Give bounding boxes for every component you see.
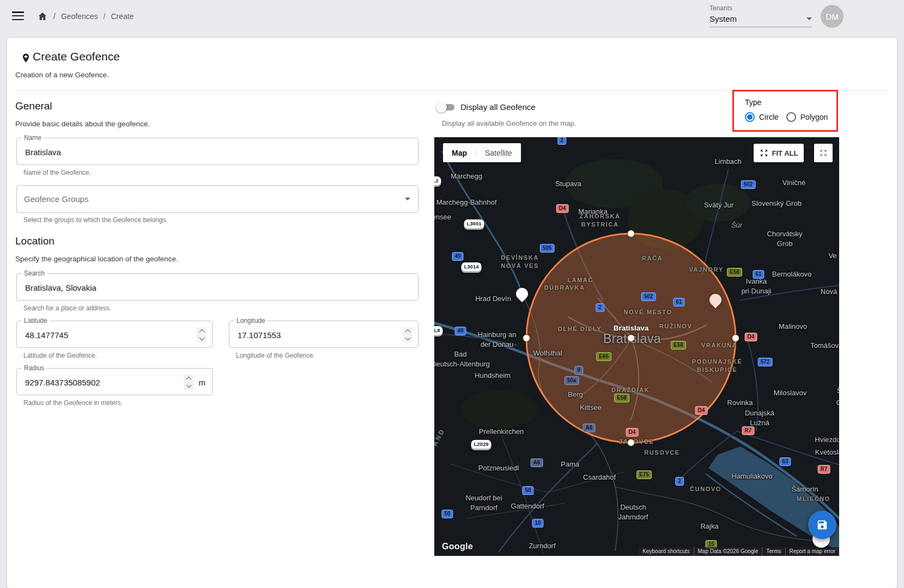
- breadcrumb-separator: /: [53, 12, 56, 21]
- groups-helper: Select the groups to which the Geofence …: [23, 216, 168, 224]
- top-bar: / Geofences / Create Tenants System DM: [0, 0, 904, 33]
- circle-handle[interactable]: [523, 335, 530, 342]
- google-logo: Google: [442, 542, 473, 552]
- name-helper: Name of the Geofence.: [23, 169, 91, 176]
- search-helper: Search for a place or address.: [23, 304, 111, 312]
- page-subtitle: Creation of a new Geofence.: [15, 71, 109, 79]
- map-type-map-button[interactable]: Map: [443, 143, 476, 162]
- map-artwork: [434, 137, 839, 556]
- zoom-out-map-icon: [760, 149, 768, 157]
- home-icon[interactable]: [37, 11, 48, 22]
- map-type-control: Map Satellite: [443, 143, 521, 162]
- vehicle-marker[interactable]: L2029: [471, 440, 492, 449]
- add-location-icon: [21, 51, 31, 67]
- save-button[interactable]: [808, 511, 836, 539]
- radius-stepper[interactable]: [184, 375, 193, 390]
- general-description: Provide basic details about the geofence…: [15, 120, 150, 128]
- display-all-geofence-helper: Display all available Geofence on the ma…: [442, 119, 576, 127]
- tenant-select-value: System: [709, 14, 737, 23]
- general-heading: General: [15, 100, 52, 112]
- chevron-down-icon: [806, 17, 812, 20]
- longitude-input[interactable]: [236, 321, 380, 348]
- keyboard-shortcuts-link[interactable]: Keyboard shortcuts: [639, 547, 693, 556]
- radio-polygon[interactable]: [786, 112, 796, 122]
- circle-handle[interactable]: [628, 439, 635, 446]
- map-data-text: Map Data ©2026 Google: [694, 547, 762, 556]
- circle-handle[interactable]: [732, 335, 739, 342]
- longitude-field: Longitude: [229, 321, 418, 348]
- breadcrumb-create[interactable]: Create: [111, 12, 134, 21]
- map-type-satellite-button[interactable]: Satellite: [476, 143, 521, 162]
- vehicle-marker[interactable]: L3001: [464, 219, 484, 228]
- type-option-polygon[interactable]: Polygon: [786, 112, 828, 122]
- radio-circle[interactable]: [745, 112, 755, 122]
- location-heading: Location: [15, 235, 54, 247]
- display-all-geofence-label: Display all Geofence: [460, 102, 536, 112]
- name-input[interactable]: [24, 138, 307, 166]
- report-map-error-link[interactable]: Report a map error: [785, 547, 839, 556]
- map-canvas[interactable]: LimbachMarcheggStupavaViničnéMarchegg-Ba…: [434, 137, 839, 556]
- longitude-stepper[interactable]: [403, 327, 412, 342]
- map-attribution: Keyboard shortcuts Map Data ©2026 Google…: [639, 547, 839, 556]
- breadcrumb-separator: /: [104, 12, 106, 21]
- type-label: Type: [745, 98, 761, 107]
- breadcrumb: / Geofences / Create: [37, 11, 134, 22]
- radius-helper: Radius of the Geofence in meters.: [23, 399, 123, 407]
- location-description: Specify the geographical location of the…: [15, 255, 178, 263]
- vehicle-marker[interactable]: L2: [434, 176, 441, 185]
- chevron-down-icon: [405, 198, 410, 200]
- page-title: Create Geofence: [33, 50, 120, 63]
- fullscreen-icon: [818, 148, 828, 158]
- geofence-groups-select[interactable]: Geofence Groups: [16, 185, 418, 213]
- latitude-input[interactable]: [24, 321, 173, 348]
- search-field: Search: [16, 273, 418, 301]
- radius-field: Radius m: [16, 368, 213, 395]
- tenant-select[interactable]: System: [709, 14, 812, 27]
- menu-icon[interactable]: [12, 11, 24, 20]
- terms-link[interactable]: Terms: [762, 547, 785, 556]
- latitude-stepper[interactable]: [197, 327, 207, 342]
- vehicle-marker[interactable]: L3014: [462, 262, 482, 271]
- avatar[interactable]: DM: [821, 5, 844, 28]
- circle-handle[interactable]: [628, 335, 635, 342]
- latitude-field: Latitude: [16, 321, 213, 348]
- radius-unit: m: [199, 378, 206, 387]
- circle-handle[interactable]: [628, 230, 635, 237]
- name-field: Name: [16, 138, 418, 165]
- breadcrumb-geofences[interactable]: Geofences: [61, 12, 98, 21]
- longitude-helper: Longitude of the Geofence.: [236, 352, 315, 359]
- fullscreen-button[interactable]: [814, 144, 833, 162]
- tenants-label: Tenants: [709, 4, 812, 12]
- create-geofence-card: Create Geofence Creation of a new Geofen…: [7, 38, 897, 588]
- fit-all-button[interactable]: FIT ALL: [754, 144, 804, 162]
- search-input[interactable]: [24, 274, 307, 301]
- type-option-circle[interactable]: Circle: [745, 112, 779, 122]
- radius-input[interactable]: [24, 369, 163, 396]
- vehicle-marker[interactable]: L8: [434, 326, 443, 335]
- geofence-groups-label: Geofence Groups: [24, 194, 88, 204]
- latitude-helper: Latitude of the Geofence.: [23, 352, 97, 359]
- save-icon: [816, 519, 828, 531]
- type-highlight-box: Type Circle Polygon: [732, 90, 838, 132]
- display-all-geofence-toggle[interactable]: [436, 103, 456, 112]
